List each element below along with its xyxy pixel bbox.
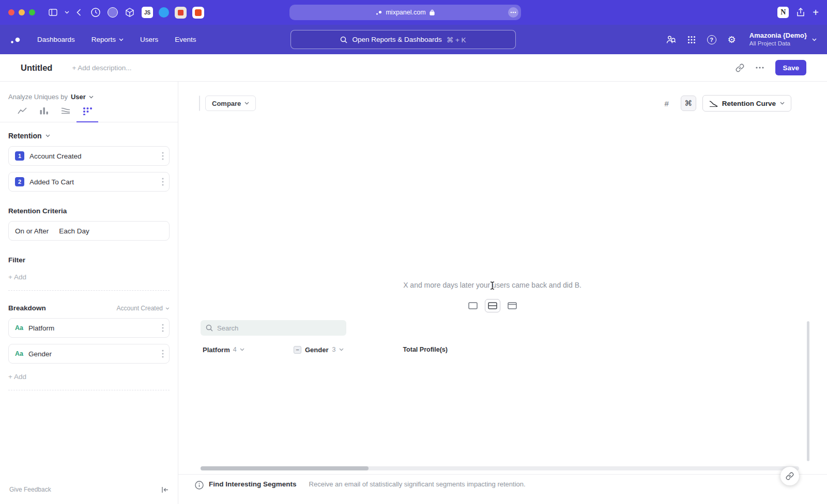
- layout-split-button[interactable]: [485, 299, 500, 312]
- chevron-down-icon: [339, 348, 344, 351]
- step-number-badge: 1: [15, 151, 24, 161]
- platform-column-header[interactable]: Platform 4: [201, 346, 294, 354]
- project-subtitle: All Project Data: [749, 40, 807, 47]
- search-icon: [206, 324, 213, 332]
- extension-js-icon[interactable]: JS: [142, 7, 153, 18]
- kebab-menu-icon[interactable]: [162, 350, 164, 358]
- tab-flows[interactable]: [55, 107, 76, 122]
- layout-chart-only-button[interactable]: [465, 299, 481, 312]
- gender-column-header[interactable]: – Gender 3: [294, 346, 395, 354]
- nav-reports[interactable]: Reports: [91, 36, 124, 43]
- retention-table: Platform 4 – Gender 3 Total Profile(s): [201, 319, 804, 464]
- retention-chart-area: [194, 127, 793, 278]
- extension-icon-6[interactable]: [175, 7, 187, 19]
- nav-dashboards[interactable]: Dashboards: [37, 36, 75, 43]
- chevron-down-icon: [45, 134, 50, 137]
- new-tab-icon[interactable]: +: [813, 7, 819, 18]
- indeterminate-checkbox-icon[interactable]: –: [294, 346, 301, 354]
- analyze-entity-dropdown[interactable]: User: [71, 93, 86, 101]
- date-range-group: [199, 96, 200, 111]
- give-feedback-link[interactable]: Give Feedback: [9, 486, 51, 493]
- global-search[interactable]: Open Reports & Dashboards ⌘ + K: [290, 30, 516, 49]
- minimize-window-button[interactable]: [19, 9, 25, 15]
- extension-icon-5[interactable]: [159, 7, 169, 18]
- retention-criteria-card[interactable]: On or After Each Day: [8, 221, 170, 241]
- link-icon: [786, 472, 794, 480]
- retention-step-2[interactable]: 2 Added To Cart: [8, 172, 170, 192]
- scrollbar-thumb[interactable]: [201, 466, 369, 470]
- keyboard-shortcuts-icon[interactable]: ⌘: [681, 96, 696, 111]
- breakdown-add-button[interactable]: + Add: [8, 373, 170, 390]
- filter-add-button[interactable]: + Add: [8, 273, 170, 291]
- filter-heading: Filter: [8, 256, 170, 264]
- property-type-icon: Aa: [15, 350, 23, 357]
- horizontal-scrollbar[interactable]: [201, 466, 799, 470]
- table-search[interactable]: [201, 320, 346, 336]
- breakdown-gender[interactable]: Aa Gender: [8, 344, 170, 364]
- back-button[interactable]: [76, 9, 81, 16]
- breakdown-platform[interactable]: Aa Platform: [8, 318, 170, 338]
- close-window-button[interactable]: [8, 9, 14, 15]
- extension-icon-7[interactable]: [192, 7, 204, 19]
- layout-toggle-group: [178, 299, 806, 312]
- kebab-menu-icon[interactable]: [162, 178, 164, 186]
- info-icon: [195, 481, 204, 490]
- criteria-interval[interactable]: Each Day: [59, 227, 89, 235]
- chevron-down-icon[interactable]: [65, 11, 69, 14]
- window-controls: [8, 9, 35, 15]
- share-icon[interactable]: [797, 8, 805, 17]
- tab-insights[interactable]: [11, 107, 33, 122]
- retention-chart-svg: [194, 127, 793, 278]
- add-description[interactable]: + Add description...: [72, 64, 131, 72]
- site-options-icon[interactable]: [508, 7, 518, 18]
- mixpanel-favicon: [376, 9, 382, 15]
- retention-section-label[interactable]: Retention: [8, 132, 42, 140]
- notion-extension-icon[interactable]: N: [777, 7, 789, 18]
- collapse-sidebar-icon[interactable]: [161, 486, 169, 493]
- copy-link-icon[interactable]: [736, 64, 744, 72]
- apps-grid-icon[interactable]: [687, 36, 696, 44]
- compare-button[interactable]: Compare: [205, 96, 256, 111]
- property-type-icon: Aa: [15, 324, 23, 332]
- more-options-icon[interactable]: [756, 67, 764, 69]
- segments-bottom-bar: Find Interesting Segments Receive an ema…: [178, 474, 827, 504]
- kebab-menu-icon[interactable]: [162, 324, 164, 332]
- nav-events[interactable]: Events: [175, 36, 196, 43]
- extension-cube-icon[interactable]: [124, 6, 136, 19]
- extension-icon-2[interactable]: [108, 7, 118, 18]
- chart-type-selector[interactable]: Retention Curve: [702, 95, 791, 112]
- annotations-icon[interactable]: #: [659, 96, 675, 111]
- share-link-floating-button[interactable]: [780, 467, 799, 485]
- tab-retention[interactable]: [76, 107, 98, 122]
- report-builder-sidebar: Analyze Uniques by User Retention 1 Acco…: [0, 82, 178, 504]
- help-icon[interactable]: ?: [707, 35, 716, 44]
- report-title[interactable]: Untitled: [21, 63, 52, 73]
- settings-gear-icon[interactable]: ⚙: [728, 35, 736, 44]
- find-segments-label[interactable]: Find Interesting Segments: [209, 480, 297, 488]
- criteria-condition[interactable]: On or After: [15, 227, 49, 235]
- tab-funnels[interactable]: [33, 107, 55, 122]
- retention-criteria-heading: Retention Criteria: [8, 207, 170, 215]
- chevron-down-icon: [244, 102, 249, 105]
- extension-clock-icon[interactable]: [89, 6, 102, 19]
- user-lookup-icon[interactable]: [666, 35, 676, 44]
- maximize-window-button[interactable]: [29, 9, 35, 15]
- analyze-prefix: Analyze Uniques by: [8, 93, 68, 101]
- browser-extensions: JS: [89, 6, 204, 19]
- save-button[interactable]: Save: [775, 60, 806, 75]
- sidebar-toggle-icon[interactable]: [49, 9, 57, 16]
- mixpanel-logo[interactable]: [10, 35, 23, 44]
- kebab-menu-icon[interactable]: [162, 152, 164, 160]
- table-search-input[interactable]: [217, 324, 331, 332]
- nav-users[interactable]: Users: [140, 36, 158, 43]
- vertical-scrollbar[interactable]: [807, 321, 809, 461]
- search-label: Open Reports & Dashboards: [352, 36, 441, 43]
- layout-table-only-button[interactable]: [504, 299, 520, 312]
- retention-step-1[interactable]: 1 Account Created: [8, 146, 170, 166]
- breakdown-label: Gender: [28, 350, 52, 358]
- address-bar[interactable]: mixpanel.com: [289, 5, 521, 20]
- project-switcher[interactable]: Amazonia {Demo} All Project Data: [747, 32, 817, 48]
- step-number-badge: 2: [15, 177, 24, 186]
- breakdown-scope-dropdown[interactable]: Account Created: [117, 305, 170, 312]
- browser-chrome: JS mixpanel.com N +: [0, 0, 827, 25]
